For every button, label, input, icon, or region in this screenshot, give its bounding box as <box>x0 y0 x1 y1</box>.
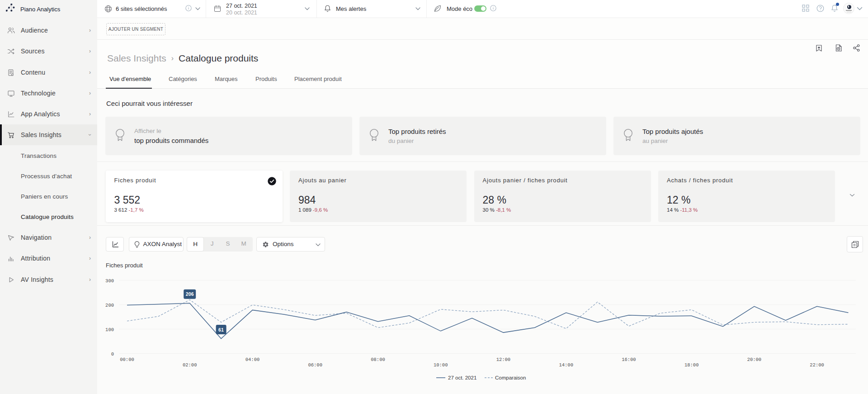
svg-text:61: 61 <box>218 327 224 332</box>
svg-text:04:00: 04:00 <box>245 357 260 362</box>
svg-text:18:00: 18:00 <box>684 362 699 368</box>
svg-text:06:00: 06:00 <box>308 362 322 368</box>
svg-text:08:00: 08:00 <box>371 357 385 362</box>
svg-text:22:00: 22:00 <box>810 362 824 368</box>
svg-text:206: 206 <box>186 291 194 297</box>
svg-text:Comparaison: Comparaison <box>495 375 526 380</box>
svg-text:100: 100 <box>105 327 114 332</box>
svg-text:200: 200 <box>105 303 114 308</box>
svg-text:0: 0 <box>111 351 114 357</box>
svg-text:02:00: 02:00 <box>183 362 197 368</box>
svg-text:12:00: 12:00 <box>496 357 511 362</box>
svg-text:27 oct. 2021: 27 oct. 2021 <box>448 375 476 380</box>
svg-text:20:00: 20:00 <box>747 357 762 362</box>
svg-text:300: 300 <box>105 278 114 284</box>
svg-text:16:00: 16:00 <box>622 357 636 362</box>
svg-text:14:00: 14:00 <box>559 362 573 368</box>
svg-text:10:00: 10:00 <box>434 362 448 368</box>
svg-text:00:00: 00:00 <box>120 357 134 362</box>
